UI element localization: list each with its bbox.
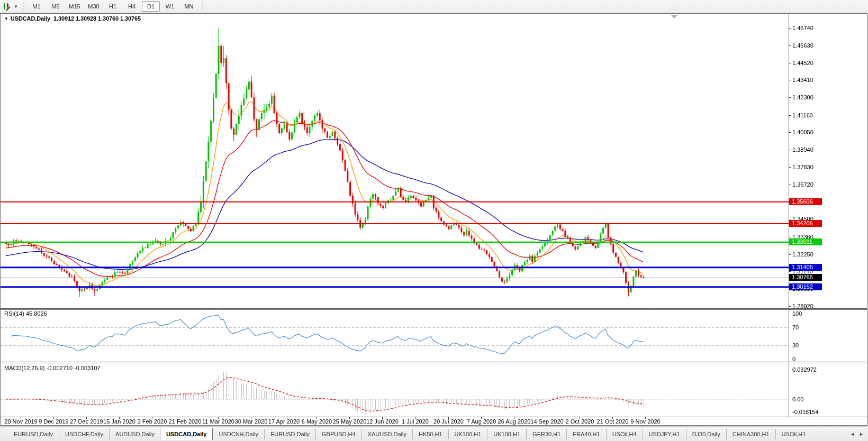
dropdown-caret-icon[interactable]: ▾ — [12, 2, 20, 11]
tab-fra40-h1[interactable]: FRA40,H1 — [566, 429, 605, 439]
tab-hk50-h1[interactable]: HK50,H1 — [412, 429, 448, 439]
tab-dj30-daily[interactable]: DJ30,Daily — [686, 429, 726, 439]
timeframe-button-m15[interactable]: M15 — [66, 1, 84, 12]
toolbar-grip — [22, 2, 25, 11]
timeframe-button-h4[interactable]: H4 — [123, 1, 141, 12]
tab-usdcnh-daily[interactable]: USDCNH,Daily — [212, 429, 264, 439]
timeframe-button-m30[interactable]: M30 — [85, 1, 103, 12]
tab-eurusd-daily[interactable]: EURUSD,Daily — [264, 429, 315, 439]
chart-tab-bar: EURUSD,DailyUSDCHF,DailyAUDUSD,DailyUSDC… — [0, 426, 868, 441]
tab-usoil-h1[interactable]: USOil,H1 — [775, 429, 812, 439]
tab-audusd-daily[interactable]: AUDUSD,Daily — [109, 429, 160, 439]
timeframe-button-w1[interactable]: W1 — [161, 1, 179, 12]
tab-usoil-h4[interactable]: USOil,H4 — [606, 429, 643, 439]
timeframe-button-d1[interactable]: D1 — [142, 1, 160, 12]
toolbar-grip — [200, 2, 204, 11]
timeframe-button-h1[interactable]: H1 — [104, 1, 122, 12]
timeframe-buttons: M1M5M15M30H1H4D1W1MN — [28, 1, 198, 12]
tab-ger30-h1[interactable]: GER30,H1 — [526, 429, 566, 439]
tab-china300-h1[interactable]: CHINA300,H1 — [726, 429, 775, 439]
top-toolbar: ▾ M1M5M15M30H1H4D1W1MN — [0, 0, 868, 13]
tab-uk100-h1[interactable]: UK100,H1 — [487, 429, 526, 439]
tab-usdjpy-h1[interactable]: USDJPY,H1 — [643, 429, 686, 439]
timeframe-button-m5[interactable]: M5 — [47, 1, 65, 12]
timeframe-button-m1[interactable]: M1 — [28, 1, 46, 12]
tab-scroll-arrows: ◄ ► — [850, 431, 864, 437]
tabs-scroll-right-icon[interactable]: ► — [859, 431, 864, 437]
tab-uk100-h1[interactable]: UK100,H1 — [448, 429, 487, 439]
tab-eurusd-daily[interactable]: EURUSD,Daily — [7, 429, 59, 439]
chart-tools-icon[interactable] — [2, 2, 12, 11]
tab-xauusd-daily[interactable]: XAUUSD,Daily — [361, 429, 412, 439]
tab-usdcad-daily[interactable]: USDCAD,Daily — [160, 428, 213, 440]
tab-gbpusd-h4[interactable]: GBPUSD,H4 — [315, 429, 361, 439]
price-chart-canvas[interactable] — [0, 0, 868, 441]
tab-usdchf-daily[interactable]: USDCHF,Daily — [59, 429, 109, 439]
timeframe-button-mn[interactable]: MN — [180, 1, 198, 12]
chart-tabs: EURUSD,DailyUSDCHF,DailyAUDUSD,DailyUSDC… — [7, 428, 848, 440]
tabs-scroll-left-icon[interactable]: ◄ — [850, 431, 855, 437]
